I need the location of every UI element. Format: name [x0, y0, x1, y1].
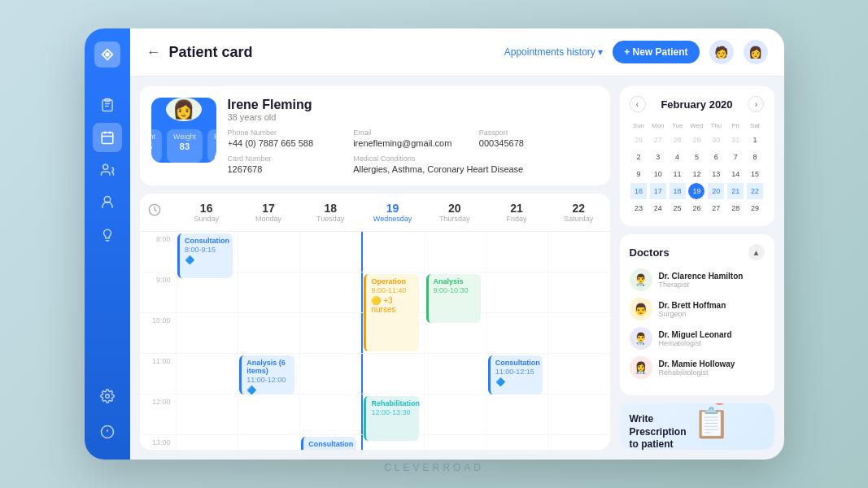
cal-day[interactable]: 29 — [747, 200, 763, 216]
event-analysis-thu[interactable]: Analysis 9:00-10:30 — [426, 274, 482, 323]
cal-day[interactable]: 23 — [630, 200, 647, 216]
patient-avatar: 👩 Height 185 Weight 83 Blood ty — [151, 98, 216, 163]
cal-day[interactable]: 9 — [630, 166, 647, 182]
patient-face: 👩 — [166, 98, 202, 121]
cal-day-17[interactable]: 17 — [650, 183, 666, 199]
cal-day[interactable]: 14 — [727, 166, 744, 182]
cal-day-16[interactable]: 16 — [630, 183, 647, 199]
cal-day[interactable]: 27 — [708, 200, 724, 216]
mini-cal-title: February 2020 — [661, 98, 732, 111]
doctor-avatar-2: 👨 — [630, 298, 652, 320]
brand-footer: CLEVERROAD — [384, 462, 484, 473]
cal-day[interactable]: 27 — [650, 132, 666, 148]
sidebar-item-calendar[interactable] — [93, 123, 122, 152]
cal-day-20[interactable]: 20 — [708, 183, 724, 199]
doctor-name-2: Dr. Brett Hoffman — [659, 301, 726, 310]
cal-day[interactable]: 26 — [630, 132, 647, 148]
cell-mon-13 — [238, 435, 299, 450]
sidebar-item-lightbulb[interactable] — [93, 220, 122, 250]
sidebar-item-users[interactable] — [93, 155, 122, 185]
cal-day[interactable]: 30 — [708, 132, 724, 148]
cell-sat-12 — [547, 394, 609, 434]
cal-day[interactable]: 28 — [670, 132, 686, 148]
cal-day-18[interactable]: 18 — [670, 183, 686, 199]
doctor-role-3: Hematologist — [659, 339, 732, 347]
cal-day[interactable]: 25 — [670, 200, 686, 216]
doctor-info-1: Dr. Clarence Hamilton Therapist — [659, 272, 744, 289]
cal-day[interactable]: 26 — [688, 200, 704, 216]
event-consultation-fri[interactable]: Consultation 11:00-12:15 🔷 — [488, 355, 543, 394]
cal-day-19-today[interactable]: 19 — [688, 183, 704, 199]
cal-next-button[interactable]: › — [748, 96, 764, 112]
sidebar-item-info[interactable] — [93, 417, 122, 447]
cal-day[interactable]: 4 — [670, 149, 686, 165]
calendar-body: 8:00 Consultation 8:00-9:15 🔷 — [140, 232, 610, 450]
cell-wed-8 — [361, 232, 424, 272]
cal-day[interactable]: 5 — [688, 149, 704, 165]
cell-tue-13: Consultation 13:00-14:15 — [299, 435, 361, 450]
cal-day[interactable]: 2 — [630, 149, 647, 165]
cal-day-21[interactable]: 21 — [727, 183, 744, 199]
event-operation[interactable]: Operation 9:00-11:40 🟡 +3 nurses — [364, 274, 419, 351]
cal-day[interactable]: 24 — [650, 200, 666, 216]
cal-day[interactable]: 28 — [727, 200, 744, 216]
cal-day[interactable]: 8 — [747, 149, 763, 165]
doctor-avatar-4: 👩‍⚕️ — [630, 356, 652, 379]
sidebar-item-clipboard[interactable] — [93, 90, 122, 120]
prescription-title: Write Prescriptionto patient — [630, 413, 687, 450]
sidebar-item-settings[interactable] — [93, 381, 122, 411]
logo — [94, 41, 120, 68]
doctor-role-1: Therapist — [659, 281, 744, 289]
cal-day[interactable]: 15 — [747, 166, 763, 182]
appointments-history-link[interactable]: Appointments history ▾ — [504, 46, 603, 58]
cell-thu-8 — [424, 232, 486, 272]
cal-day[interactable]: 3 — [650, 149, 666, 165]
cell-tue-11 — [299, 354, 361, 394]
event-consultation-tue[interactable]: Consultation 13:00-14:15 — [301, 437, 356, 450]
cal-day-22[interactable]: 22 — [747, 183, 763, 199]
cell-mon-10 — [238, 313, 299, 353]
day-21: 21 Friday — [486, 200, 547, 224]
cell-sun-11 — [176, 354, 238, 394]
stat-weight: Weight 83 — [167, 129, 203, 163]
right-panel: ‹ February 2020 › Sun Mon Tue Wed Thu Fr… — [620, 86, 774, 450]
page-title: Patient card — [169, 44, 253, 61]
cal-day[interactable]: 10 — [650, 166, 666, 182]
doctor-role-2: Surgeon — [659, 310, 726, 318]
event-analysis-mon[interactable]: Analysis (6 items) 11:00-12:00 🔷 — [239, 355, 294, 394]
day-17: 17 Monday — [238, 200, 299, 224]
new-patient-button[interactable]: + New Patient — [613, 41, 699, 63]
cal-day[interactable]: 13 — [708, 166, 724, 182]
event-consultation-sun[interactable]: Consultation 8:00-9:15 🔷 — [177, 233, 233, 278]
back-button[interactable]: ← — [146, 44, 161, 61]
cal-day[interactable]: 29 — [688, 132, 704, 148]
detail-card: Card Number 1267678 — [228, 155, 347, 174]
cell-fri-11: Consultation 11:00-12:15 🔷 — [486, 354, 547, 394]
doctor-info-4: Dr. Mamie Holloway Rehabilitologist — [659, 359, 735, 377]
cell-sat-9 — [547, 272, 609, 312]
cal-day[interactable]: 12 — [688, 166, 704, 182]
cal-day[interactable]: 11 — [670, 166, 686, 182]
doctor-item-3: 👨‍⚕️ Dr. Miguel Leonard Hematologist — [630, 327, 765, 350]
doctors-section: Doctors ▲ 👨‍⚕️ Dr. Clarence Hamilton The… — [620, 234, 774, 395]
cal-day[interactable]: 31 — [727, 132, 744, 148]
sidebar-bottom — [93, 381, 122, 447]
cell-mon-11: Analysis (6 items) 11:00-12:00 🔷 — [238, 354, 299, 394]
cal-day[interactable]: 7 — [727, 149, 744, 165]
cell-thu-11 — [424, 354, 486, 394]
cal-day[interactable]: 6 — [708, 149, 724, 165]
event-rehab-wed[interactable]: Rehabilitation 12:00-13:30 — [364, 396, 419, 441]
header-left: ← Patient card — [146, 44, 253, 61]
header: ← Patient card Appointments history ▾ + … — [130, 28, 784, 76]
svg-point-11 — [105, 394, 109, 399]
doctor-role-4: Rehabilitologist — [659, 368, 735, 377]
doctors-header: Doctors ▲ — [630, 244, 765, 260]
doctors-collapse-button[interactable]: ▲ — [748, 244, 765, 260]
cal-prev-button[interactable]: ‹ — [630, 96, 646, 112]
cell-tue-9 — [299, 272, 361, 312]
doctor-name-1: Dr. Clarence Hamilton — [659, 272, 744, 281]
cell-mon-12 — [238, 394, 299, 434]
week-header: 16 Sunday 17 Monday 18 Tuesday 19 — [140, 194, 610, 232]
cal-day[interactable]: 1 — [747, 132, 763, 148]
sidebar-item-user[interactable] — [93, 188, 122, 217]
